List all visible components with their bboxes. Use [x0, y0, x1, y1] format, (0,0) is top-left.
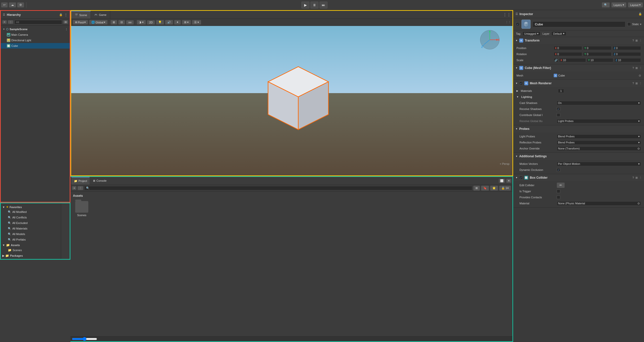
scene-fx-btn[interactable]: ✦ — [174, 20, 181, 25]
receive-shadows-checkbox[interactable] — [557, 107, 560, 111]
meshrenderer-enable[interactable] — [519, 82, 523, 85]
meshrenderer-more1[interactable]: ⊞ — [635, 82, 638, 85]
scene-menu-dots[interactable]: ⋮⋮ — [503, 12, 511, 17]
favorites-section[interactable]: ▼ ★ Favorites — [1, 204, 61, 209]
project-more-btn[interactable]: ⋮ — [77, 186, 83, 190]
hierarchy-lock-icon[interactable]: 🔒 — [59, 13, 63, 16]
tab-game[interactable]: 🎮 Game — [91, 11, 110, 19]
transform-section-header[interactable]: ▼ ⊕ Transform ? ⊞ ⋮ — [513, 37, 644, 44]
layout-button[interactable]: Layout ▾ — [628, 2, 643, 8]
tag-dropdown[interactable]: Untagged ▾ — [522, 31, 541, 36]
mesh-select-icon[interactable]: ⊙ — [639, 74, 641, 77]
light-probes-dropdown[interactable]: Blend Probes ▾ — [557, 134, 641, 139]
scene-camera-btn[interactable]: ⊞ ▾ — [182, 20, 191, 25]
assets-scenes-item[interactable]: 📁 Scenes — [1, 247, 61, 253]
boxcollider-help[interactable]: ? — [632, 176, 634, 179]
probes-header[interactable]: ▼ Probes — [513, 125, 644, 132]
fav-all-modified[interactable]: 🔍 All Modified — [1, 209, 61, 215]
static-dropdown-icon[interactable]: ▾ — [640, 23, 641, 26]
inspector-lock-icon[interactable]: 🔒 — [638, 12, 642, 16]
obj-enable-checkbox[interactable] — [516, 22, 519, 26]
fav-all-models[interactable]: 🔍 All Models — [1, 231, 61, 237]
hierarchy-search[interactable] — [14, 20, 62, 24]
project-close[interactable]: ✕ — [506, 179, 511, 183]
reflection-probes-dropdown[interactable]: Blend Probes ▾ — [557, 140, 641, 145]
cast-shadows-dropdown[interactable]: On ▾ — [557, 101, 641, 105]
boxcollider-more2[interactable]: ⋮ — [639, 176, 642, 179]
hierarchy-add-button[interactable]: + — [2, 20, 7, 24]
meshrenderer-help[interactable]: ? — [632, 82, 634, 85]
hierarchy-item-camera[interactable]: 📷 Main Camera — [1, 32, 70, 37]
rot-z-field[interactable]: Z 0 — [613, 52, 641, 56]
project-filter1[interactable]: ⊞ — [473, 185, 480, 191]
contribute-gi-checkbox[interactable] — [557, 113, 560, 117]
scene-light-btn[interactable]: 💡 — [156, 20, 164, 25]
rot-x-field[interactable]: X 0 — [554, 52, 582, 56]
scale-z-field[interactable]: Z 10 — [614, 58, 641, 62]
rot-y-field[interactable]: Y 0 — [583, 52, 612, 56]
scene-gizmo-btn[interactable]: ☰ ▾ — [192, 20, 201, 25]
layers-button[interactable]: Layers ▾ — [611, 2, 626, 8]
tab-console[interactable]: 🖥 Console — [90, 177, 109, 185]
anchor-override-dropdown[interactable]: None (Transform) ⊙ — [557, 146, 641, 151]
obj-name-input[interactable] — [533, 21, 625, 27]
transform-more1[interactable]: ⊞ — [635, 39, 638, 42]
hierarchy-scene-item[interactable]: ▼ ⬡ SampleScene ⋮ — [1, 26, 70, 32]
hierarchy-filter-button[interactable]: ⊟ — [63, 20, 68, 24]
scene-3d-view[interactable]: X Y Z < Persp — [71, 26, 512, 175]
scene-menu-icon[interactable]: ⋮ — [65, 28, 68, 31]
scale-y-field[interactable]: Y 10 — [587, 58, 614, 62]
pos-z-field[interactable]: Z 0 — [613, 46, 641, 50]
motion-vectors-dropdown[interactable]: Per Object Motion ▾ — [557, 162, 641, 166]
meshfilter-more1[interactable]: ⊞ — [635, 66, 638, 70]
project-filter2[interactable]: 🔖 — [481, 185, 489, 191]
fav-all-conflicts[interactable]: 🔍 All Conflicts — [1, 215, 61, 220]
project-add-btn[interactable]: + — [72, 186, 76, 190]
boxcollider-enable[interactable] — [519, 176, 523, 179]
meshrenderer-more2[interactable]: ⋮ — [639, 82, 642, 85]
scene-tool3[interactable]: ≡≡ — [126, 20, 134, 25]
fav-all-prefabs[interactable]: 🔍 All Prefabs — [1, 237, 61, 242]
static-checkbox[interactable] — [627, 22, 631, 26]
zoom-slider[interactable] — [72, 337, 97, 341]
project-maximize[interactable]: ⬜ — [499, 179, 505, 183]
additional-settings-header[interactable]: ▼ Additional Settings — [513, 153, 644, 160]
is-trigger-checkbox[interactable] — [557, 189, 560, 193]
mesh-filter-header[interactable]: ▼ ⊞ Cube (Mesh Filter) ? ⊞ ⋮ — [513, 64, 644, 71]
scene-tool2[interactable]: ⊟ — [118, 20, 125, 25]
hierarchy-item-cube[interactable]: ⬜ Cube — [1, 43, 70, 49]
mesh-renderer-header[interactable]: ▼ ⊞ Mesh Renderer ? ⊞ ⋮ — [513, 80, 644, 87]
undo-button[interactable]: ↩ — [1, 2, 8, 8]
project-search-input[interactable] — [91, 186, 470, 189]
fav-all-materials[interactable]: 🔍 All Materials — [1, 226, 61, 231]
meshfilter-more2[interactable]: ⋮ — [639, 66, 642, 70]
pos-x-field[interactable]: X 0 — [554, 46, 582, 50]
cloud-button[interactable]: ☁ — [9, 2, 16, 8]
step-button[interactable]: ⏭ — [319, 2, 328, 9]
scene-2d-btn[interactable]: 2D — [147, 20, 155, 25]
hierarchy-menu-icon[interactable]: ⋮ — [64, 13, 68, 17]
material-dropdown[interactable]: None (Physic Material ⊙ — [557, 201, 641, 206]
search-button[interactable]: 🔍 — [602, 2, 610, 8]
scene-audio-btn[interactable]: 🔊 — [165, 20, 173, 25]
pos-y-field[interactable]: Y 0 — [583, 46, 612, 50]
settings-button[interactable]: ⚙ — [17, 2, 24, 8]
transform-help[interactable]: ? — [632, 39, 634, 42]
scale-link-icon[interactable]: 🔗 — [554, 58, 558, 62]
tab-project[interactable]: 📁 Project — [71, 177, 90, 185]
global-button[interactable]: 🌐 Global ▾ — [89, 20, 108, 25]
scene-shading[interactable]: ◑ ▾ — [137, 20, 146, 25]
receive-global-dropdown[interactable]: Light Probes ▾ — [557, 119, 641, 123]
scale-x-field[interactable]: X 10 — [559, 58, 586, 62]
dynamic-occlusion-checkbox[interactable] — [557, 168, 560, 172]
meshfilter-help[interactable]: ? — [632, 66, 634, 69]
layer-dropdown[interactable]: Default ▾ — [551, 31, 566, 36]
hierarchy-more-button[interactable]: ⋮ — [8, 20, 13, 24]
scenes-folder-item[interactable]: Scenes — [73, 200, 91, 218]
provides-contacts-checkbox[interactable] — [557, 196, 560, 199]
assets-section[interactable]: ▼ 📁 Assets — [1, 242, 61, 247]
edit-collider-button[interactable]: ✏ — [557, 182, 565, 188]
project-filter3[interactable]: ⭐ — [490, 185, 498, 191]
packages-section[interactable]: ▶ 📁 Packages — [1, 253, 61, 258]
hierarchy-item-light[interactable]: 💡 Directional Light — [1, 37, 70, 43]
